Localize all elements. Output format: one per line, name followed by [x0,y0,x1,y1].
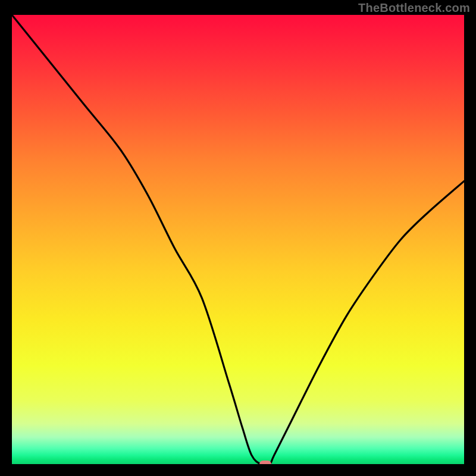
plot-area [12,15,464,464]
bottleneck-curve [12,15,464,464]
optimal-point-marker [259,461,271,464]
attribution-label: TheBottleneck.com [358,1,470,15]
chart-frame: TheBottleneck.com [0,0,476,476]
